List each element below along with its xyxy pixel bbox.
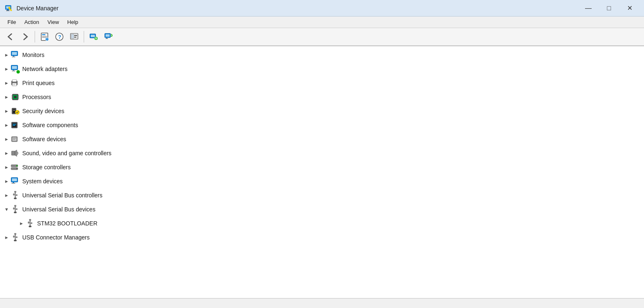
tree-item-system-devices[interactable]: ► System devices xyxy=(0,174,644,188)
tree-item-monitors[interactable]: ► Monitors xyxy=(0,48,644,62)
svg-text:?: ? xyxy=(46,38,48,41)
tree-chevron-system-devices[interactable]: ► xyxy=(3,178,10,185)
item-label-security-devices: Security devices xyxy=(22,108,64,114)
item-label-storage-controllers: Storage controllers xyxy=(22,164,71,171)
item-label-print-queues: Print queues xyxy=(22,80,55,86)
item-icon-stm32 xyxy=(26,219,35,228)
svg-rect-27 xyxy=(12,57,15,57)
svg-rect-67 xyxy=(12,183,15,184)
svg-rect-82 xyxy=(29,226,31,227)
tree-item-software-components[interactable]: ► Software components xyxy=(0,118,644,132)
update-drivers-button[interactable] xyxy=(87,30,101,44)
toolbar: ? ? xyxy=(0,28,644,46)
tree-chevron-monitors[interactable]: ► xyxy=(3,52,10,58)
title-bar-left: Device Manager xyxy=(5,4,59,12)
tree-chevron-print-queues[interactable]: ► xyxy=(3,80,10,86)
item-label-sound-video: Sound, video and game controllers xyxy=(22,150,111,156)
svg-rect-53 xyxy=(13,124,16,125)
svg-rect-21 xyxy=(106,34,110,37)
menu-bar: File Action View Help xyxy=(0,17,644,28)
item-icon-software-devices xyxy=(11,135,20,144)
tree-chevron-network-adapters[interactable]: ► xyxy=(3,66,10,72)
title-bar-controls: — □ ✕ xyxy=(579,2,639,14)
svg-rect-66 xyxy=(13,182,14,183)
tree-item-stm32[interactable]: ► STM32 BOOTLOADER xyxy=(0,216,644,230)
menu-action[interactable]: Action xyxy=(20,18,43,26)
tree-item-security-devices[interactable]: ► Security devices xyxy=(0,104,644,118)
tree-item-network-adapters[interactable]: ► Network adapters xyxy=(0,62,644,76)
minimize-button[interactable]: — xyxy=(579,2,598,14)
tree-chevron-stm32[interactable]: ► xyxy=(18,220,25,227)
menu-help[interactable]: Help xyxy=(63,18,82,26)
main-content: ► Monitors ► Network adapters ► xyxy=(0,46,644,298)
svg-rect-41 xyxy=(12,95,12,96)
item-label-system-devices: System devices xyxy=(22,178,63,185)
tree-item-processors[interactable]: ► Processors xyxy=(0,90,644,104)
title-bar: Device Manager — □ ✕ xyxy=(0,0,644,17)
svg-point-32 xyxy=(16,70,20,73)
tree-chevron-usb-devices[interactable]: ▼ xyxy=(3,206,10,213)
forward-button[interactable] xyxy=(18,30,32,44)
svg-rect-16 xyxy=(74,37,76,38)
svg-rect-45 xyxy=(18,97,19,97)
close-button[interactable]: ✕ xyxy=(620,2,639,14)
item-label-network-adapters: Network adapters xyxy=(22,66,68,72)
svg-point-4 xyxy=(9,7,11,9)
device-tree[interactable]: ► Monitors ► Network adapters ► xyxy=(0,46,644,298)
item-label-processors: Processors xyxy=(22,94,51,100)
properties-button[interactable]: ? xyxy=(38,30,52,44)
svg-rect-29 xyxy=(12,66,17,69)
svg-rect-14 xyxy=(71,34,74,38)
item-label-usb-connector: USB Connector Managers xyxy=(22,234,89,241)
update-icon xyxy=(89,32,98,41)
svg-rect-3 xyxy=(6,10,9,11)
menu-view[interactable]: View xyxy=(43,18,63,26)
tree-item-software-devices[interactable]: ► Software devices xyxy=(0,132,644,146)
tree-item-print-queues[interactable]: ► Print queues xyxy=(0,76,644,90)
scan-button[interactable] xyxy=(101,30,115,44)
item-icon-usb-controllers xyxy=(11,191,20,200)
back-button[interactable] xyxy=(3,30,17,44)
tree-chevron-storage-controllers[interactable]: ► xyxy=(3,164,10,171)
svg-text:?: ? xyxy=(58,34,61,40)
tree-item-storage-controllers[interactable]: ► Storage controllers xyxy=(0,160,644,174)
item-icon-usb-devices xyxy=(11,205,20,214)
tree-chevron-usb-connector[interactable]: ► xyxy=(3,234,10,241)
app-icon xyxy=(5,4,13,12)
item-icon-storage-controllers xyxy=(11,163,20,172)
menu-file[interactable]: File xyxy=(3,18,20,26)
svg-rect-58 xyxy=(13,139,15,140)
show-hidden-button[interactable] xyxy=(67,30,81,44)
tree-chevron-usb-controllers[interactable]: ► xyxy=(3,192,10,199)
tree-item-sound-video[interactable]: ► Sound, video and game controllers xyxy=(0,146,644,160)
tree-chevron-software-devices[interactable]: ► xyxy=(3,136,10,142)
toolbar-separator-1 xyxy=(35,31,35,43)
svg-rect-37 xyxy=(13,85,15,85)
back-icon xyxy=(6,32,15,41)
item-icon-software-components xyxy=(11,121,20,130)
svg-rect-23 xyxy=(106,38,108,39)
svg-rect-44 xyxy=(18,95,19,96)
tree-chevron-processors[interactable]: ► xyxy=(3,94,10,100)
svg-rect-34 xyxy=(12,80,16,82)
help-button[interactable]: ? xyxy=(52,30,66,44)
tree-chevron-software-components[interactable]: ► xyxy=(3,122,10,128)
tree-item-usb-controllers[interactable]: ► Universal Serial Bus controllers xyxy=(0,188,644,202)
window-title: Device Manager xyxy=(16,5,59,12)
toolbar-separator-2 xyxy=(84,31,84,43)
svg-rect-2 xyxy=(7,9,9,10)
svg-rect-49 xyxy=(13,110,15,111)
svg-rect-31 xyxy=(12,71,15,71)
svg-rect-22 xyxy=(106,38,107,38)
properties-icon: ? xyxy=(40,32,49,41)
tree-chevron-security-devices[interactable]: ► xyxy=(3,108,10,114)
tree-chevron-sound-video[interactable]: ► xyxy=(3,150,10,156)
tree-item-usb-connector[interactable]: ► USB Connector Managers xyxy=(0,230,644,244)
maximize-button[interactable]: □ xyxy=(599,2,618,14)
status-bar xyxy=(0,298,644,308)
item-icon-monitors xyxy=(11,50,20,59)
svg-rect-43 xyxy=(12,98,12,99)
item-label-usb-devices: Universal Serial Bus devices xyxy=(22,206,95,213)
item-icon-processors xyxy=(11,92,20,102)
tree-item-usb-devices[interactable]: ▼ Universal Serial Bus devices xyxy=(0,202,644,216)
